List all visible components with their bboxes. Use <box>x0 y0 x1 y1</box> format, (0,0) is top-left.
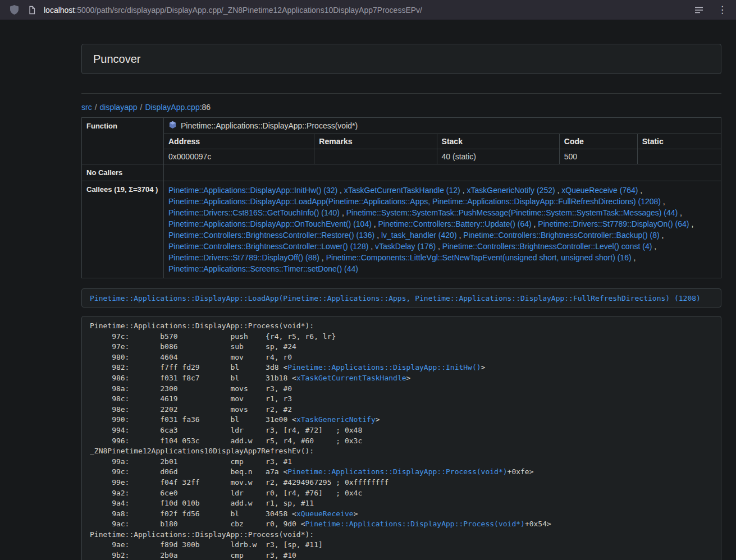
callee-separator: , <box>457 231 464 240</box>
function-cube-icon <box>168 121 177 131</box>
callee-link[interactable]: xTaskGenericNotify (252) <box>467 186 555 195</box>
code-symbol-link[interactable]: xQueueReceive <box>296 509 354 518</box>
col-header-address: Address <box>164 134 314 149</box>
disassembly-panel: Pinetime::Applications::DisplayApp::Proc… <box>81 316 721 560</box>
callee-separator: , <box>652 242 656 251</box>
callee-separator: , <box>660 231 664 240</box>
breadcrumb: src/displayapp/DisplayApp.cpp:86 <box>81 102 721 113</box>
callee-link[interactable]: xTaskGetCurrentTaskHandle (12) <box>344 186 460 195</box>
no-callers-cell <box>164 164 721 181</box>
callee-link[interactable]: lv_task_handler (420) <box>381 231 457 240</box>
callee-separator: , <box>638 186 642 195</box>
breadcrumb-link-displayapp[interactable]: displayapp <box>100 103 138 112</box>
stat-code: 500 <box>559 149 637 164</box>
breadcrumb-link-file[interactable]: DisplayApp.cpp <box>145 103 199 112</box>
function-row: Function Pinetime::Applications::Display… <box>82 118 721 164</box>
disassembly-pre: Pinetime::Applications::DisplayApp::Proc… <box>90 321 713 560</box>
shield-icon-glyph <box>10 5 19 15</box>
app-title[interactable]: Puncover <box>93 53 141 65</box>
page-info-icon[interactable] <box>25 3 39 17</box>
header-panel: Puncover <box>81 44 721 74</box>
callee-link[interactable]: Pinetime::Controllers::BrightnessControl… <box>168 242 368 251</box>
callee-link[interactable]: Pinetime::Applications::DisplayApp::Init… <box>168 186 337 195</box>
stat-remarks <box>314 149 437 164</box>
callee-link[interactable]: Pinetime::Controllers::BrightnessControl… <box>442 242 652 251</box>
col-header-code: Code <box>559 134 637 149</box>
callee-link[interactable]: Pinetime::Applications::Screens::Timer::… <box>168 264 358 273</box>
callee-separator: , <box>372 219 378 228</box>
function-cell: Pinetime::Applications::DisplayApp::Proc… <box>164 118 721 164</box>
callee-link[interactable]: Pinetime::Controllers::BrightnessControl… <box>463 231 659 240</box>
callee-link[interactable]: Pinetime::Controllers::Battery::Update()… <box>378 219 532 228</box>
callee-link[interactable]: xQueueReceive (764) <box>561 186 638 195</box>
callee-separator: , <box>661 197 665 206</box>
toolbar-actions: ⋮ <box>692 3 729 17</box>
callee-link[interactable]: Pinetime::Applications::DisplayApp::OnTo… <box>168 219 372 228</box>
callees-row: Callees (19, Σ=3704 ) Pinetime::Applicat… <box>82 181 721 278</box>
callee-link[interactable]: Pinetime::Drivers::Cst816S::GetTouchInfo… <box>168 208 340 217</box>
stat-static <box>637 149 721 164</box>
callee-link[interactable]: Pinetime::Components::LittleVgl::SetNewT… <box>326 253 632 262</box>
callee-link[interactable]: Pinetime::Applications::DisplayApp::Load… <box>168 197 661 206</box>
breadcrumb-line-number: :86 <box>200 103 211 112</box>
callee-separator: , <box>532 219 538 228</box>
no-callers-label: No Callers <box>82 164 164 181</box>
browser-toolbar: localhost:5000/path/src/displayapp/Displ… <box>0 0 736 20</box>
code-symbol-link[interactable]: Pinetime::Applications::DisplayApp::Init… <box>287 363 481 371</box>
col-header-static: Static <box>637 134 721 149</box>
callee-separator: , <box>368 242 375 251</box>
reader-view-icon-glyph <box>694 6 703 14</box>
page-info-icon-glyph <box>28 6 36 15</box>
callee-separator: , <box>436 242 442 251</box>
breadcrumb-separator: / <box>138 103 145 112</box>
callees-label: Callees (19, Σ=3704 ) <box>82 181 164 278</box>
function-cube-icon-glyph <box>168 121 177 129</box>
col-header-remarks: Remarks <box>314 134 437 149</box>
function-title: Pinetime::Applications::DisplayApp::Proc… <box>164 118 721 134</box>
selected-symbol-panel: Pinetime::Applications::DisplayApp::Load… <box>81 288 721 307</box>
callee-separator: , <box>319 253 326 262</box>
stats-value-row: 0x0000097c 40 (static) 500 <box>164 149 721 164</box>
url-bar[interactable]: localhost:5000/path/src/displayapp/Displ… <box>44 6 422 15</box>
function-stats-table: Address Remarks Stack Code Static 0x0000… <box>164 134 721 164</box>
main-content: Puncover src/displayapp/DisplayApp.cpp:8… <box>81 44 721 560</box>
code-symbol-link[interactable]: Pinetime::Applications::DisplayApp::Proc… <box>287 467 507 476</box>
code-symbol-link[interactable]: Pinetime::Applications::DisplayApp::Proc… <box>305 520 525 528</box>
code-symbol-link[interactable]: xTaskGetCurrentTaskHandle <box>296 374 406 382</box>
reader-view-icon[interactable] <box>692 3 706 17</box>
callee-separator: , <box>460 186 467 195</box>
divider <box>81 93 721 94</box>
callees-list: Pinetime::Applications::DisplayApp::Init… <box>164 181 721 278</box>
callee-link[interactable]: Pinetime::Controllers::BrightnessControl… <box>168 231 374 240</box>
function-name: Pinetime::Applications::DisplayApp::Proc… <box>181 121 358 130</box>
function-row-label: Function <box>82 118 164 164</box>
callee-link[interactable]: Pinetime::Drivers::St7789::DisplayOff() … <box>168 253 319 262</box>
callee-separator: , <box>555 186 562 195</box>
breadcrumb-separator: / <box>92 103 100 112</box>
callee-separator: , <box>689 219 694 228</box>
stat-stack: 40 (static) <box>437 149 559 164</box>
stat-address: 0x0000097c <box>164 149 314 164</box>
col-header-stack: Stack <box>437 134 559 149</box>
callee-separator: , <box>340 208 346 217</box>
callee-separator: , <box>337 186 344 195</box>
function-table: Function Pinetime::Applications::Display… <box>81 117 721 278</box>
callee-separator: , <box>632 253 636 262</box>
breadcrumb-link-src[interactable]: src <box>81 103 92 112</box>
url-path: :5000/path/src/displayapp/DisplayApp.cpp… <box>75 6 422 15</box>
callee-link[interactable]: Pinetime::System::SystemTask::PushMessag… <box>346 208 678 217</box>
selected-symbol-link[interactable]: Pinetime::Applications::DisplayApp::Load… <box>90 294 701 302</box>
no-callers-row: No Callers <box>82 164 721 181</box>
code-symbol-link[interactable]: xTaskGenericNotify <box>296 415 376 424</box>
shield-icon[interactable] <box>7 3 21 17</box>
url-host: localhost <box>44 6 75 15</box>
more-menu-icon[interactable]: ⋮ <box>715 5 729 15</box>
stats-header-row: Address Remarks Stack Code Static <box>164 134 721 149</box>
callee-separator: , <box>678 208 682 217</box>
callee-link[interactable]: Pinetime::Drivers::St7789::DisplayOn() (… <box>538 219 689 228</box>
callee-separator: , <box>374 231 381 240</box>
callee-link[interactable]: vTaskDelay (176) <box>375 242 436 251</box>
